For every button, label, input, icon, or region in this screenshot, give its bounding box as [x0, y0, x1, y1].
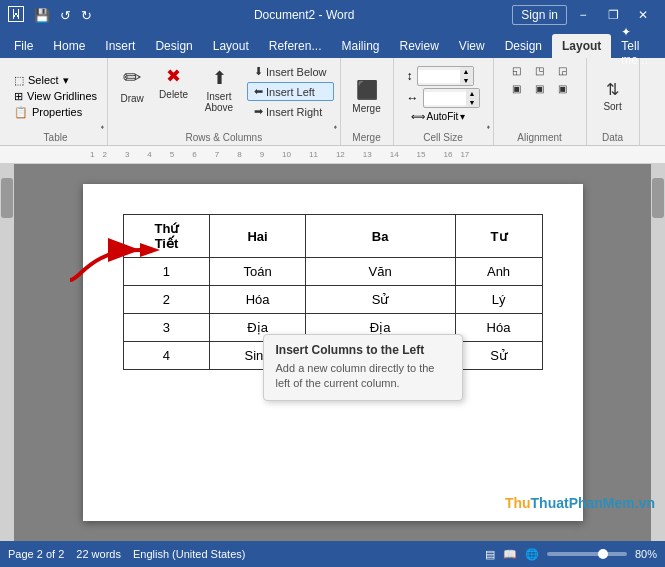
- vertical-scrollbar-left[interactable]: [0, 164, 14, 541]
- tab-table-design[interactable]: Design: [495, 34, 552, 58]
- insert-left-icon: ⬅: [254, 85, 263, 98]
- insert-below-button[interactable]: ⬇ Insert Below: [247, 62, 334, 81]
- tab-insert[interactable]: Insert: [95, 34, 145, 58]
- sort-icon: ⇅: [606, 80, 619, 99]
- group-expander-cellsize[interactable]: ⬧: [486, 122, 491, 131]
- tab-view[interactable]: View: [449, 34, 495, 58]
- layout-view-icon[interactable]: ▤: [485, 548, 495, 561]
- select-button[interactable]: ⬚ Select ▾: [10, 73, 101, 88]
- table-row: 2 Hóa Sử Lý: [123, 286, 542, 314]
- height-input[interactable]: 1.1 cm: [418, 70, 460, 83]
- width-input[interactable]: 4.12 cm: [424, 92, 466, 105]
- cell-row4-col0: 4: [123, 342, 210, 370]
- insert-below-icon: ⬇: [254, 65, 263, 78]
- insert-right-button[interactable]: ➡ Insert Right: [247, 102, 334, 121]
- align-middle-left-button[interactable]: ▣: [506, 80, 528, 97]
- width-spinner-btns: ▲ ▼: [466, 89, 479, 107]
- insert-buttons-group: ⬇ Insert Below ⬅ Insert Left ➡ Insert Ri…: [247, 62, 334, 121]
- merge-content: ⬛ Merge: [347, 62, 387, 130]
- undo-redo-group: 💾 ↺ ↻: [30, 6, 96, 25]
- redo-button[interactable]: ↻: [77, 6, 96, 25]
- insert-right-icon: ➡: [254, 105, 263, 118]
- insert-above-button[interactable]: ⬆ InsertAbove: [197, 62, 241, 118]
- height-spinner[interactable]: 1.1 cm ▲ ▼: [417, 66, 474, 86]
- undo-button[interactable]: ↺: [56, 6, 75, 25]
- tab-layout[interactable]: Layout: [203, 34, 259, 58]
- scroll-thumb-left[interactable]: [1, 178, 13, 218]
- read-view-icon[interactable]: 📖: [503, 548, 517, 561]
- page-indicator: Page 2 of 2: [8, 548, 64, 560]
- ribbon: ⬚ Select ▾ ⊞ View Gridlines 📋 Properties…: [0, 58, 665, 146]
- tab-mailing[interactable]: Mailing: [331, 34, 389, 58]
- align-top-center-button[interactable]: ◳: [529, 62, 551, 79]
- merge-icon: ⬛: [356, 79, 378, 101]
- ruler-mark-9: 9: [260, 150, 264, 159]
- data-sort-button[interactable]: ⇅ Sort: [593, 77, 633, 115]
- width-spinner[interactable]: 4.12 cm ▲ ▼: [423, 88, 480, 108]
- cell-row2-col3: Lý: [455, 286, 542, 314]
- word-count: 22 words: [76, 548, 121, 560]
- align-middle-center-button[interactable]: ▣: [529, 80, 551, 97]
- table-header-ba: Ba: [305, 215, 455, 258]
- scroll-thumb-right[interactable]: [652, 178, 664, 218]
- width-icon: ↔: [407, 91, 419, 105]
- table-header-tiết: Thứ Tiết: [123, 215, 210, 258]
- delete-button[interactable]: ✖ Delete: [154, 62, 193, 103]
- insert-above-label: InsertAbove: [205, 91, 233, 113]
- ribbon-group-rows-cols: ✏ Draw ✖ Delete ⬆ InsertAbove ⬇ Insert B…: [108, 58, 340, 145]
- cell-width-row: ↔ 4.12 cm ▲ ▼: [407, 88, 480, 108]
- alignment-content: ◱ ◳ ◲ ▣ ▣ ▣: [500, 62, 580, 130]
- tab-file[interactable]: File: [4, 34, 43, 58]
- group-expander-table[interactable]: ⬧: [100, 122, 105, 131]
- insert-left-button[interactable]: ⬅ Insert Left: [247, 82, 334, 101]
- align-top-right-button[interactable]: ◲: [552, 62, 574, 79]
- tab-home[interactable]: Home: [43, 34, 95, 58]
- ruler-mark-17: 17: [460, 150, 469, 159]
- tab-table-layout[interactable]: Layout: [552, 34, 611, 58]
- table-header-tu: Tư: [455, 215, 542, 258]
- tab-review[interactable]: Review: [389, 34, 448, 58]
- web-view-icon[interactable]: 🌐: [525, 548, 539, 561]
- width-down-btn[interactable]: ▼: [466, 98, 479, 107]
- document-page: Thứ Tiết Hai Ba Tư 1 Toán Văn Anh 2 H: [83, 184, 583, 521]
- tooltip-description: Add a new column directly to the left of…: [276, 361, 450, 392]
- tab-design[interactable]: Design: [145, 34, 202, 58]
- draw-table-button[interactable]: ✏ Draw: [114, 62, 150, 107]
- table-header-hai: Hai: [210, 215, 305, 258]
- sign-in-button[interactable]: Sign in: [512, 5, 567, 25]
- cell-row1-col3: Anh: [455, 258, 542, 286]
- minimize-button[interactable]: −: [569, 2, 597, 28]
- autofit-button[interactable]: ⟺ AutoFit ▾: [407, 110, 470, 123]
- tab-references[interactable]: Referen...: [259, 34, 332, 58]
- select-items: ⬚ Select ▾ ⊞ View Gridlines 📋 Properties: [10, 73, 101, 120]
- tab-share[interactable]: 🔗 Share: [658, 34, 665, 58]
- ruler-mark-15: 15: [417, 150, 426, 159]
- insert-above-icon: ⬆: [212, 67, 227, 89]
- table-header-row: Thứ Tiết Hai Ba Tư: [123, 215, 542, 258]
- height-down-btn[interactable]: ▼: [460, 76, 473, 85]
- ruler-mark-11: 11: [309, 150, 318, 159]
- tab-tell-me[interactable]: ✦ Tell me...: [611, 34, 658, 58]
- align-top-left-button[interactable]: ◱: [506, 62, 528, 79]
- insert-right-label: Insert Right: [266, 106, 322, 118]
- align-middle-right-icon: ▣: [558, 83, 567, 94]
- properties-button[interactable]: 📋 Properties: [10, 105, 101, 120]
- zoom-slider[interactable]: [547, 552, 627, 556]
- grid-icon: ⊞: [14, 90, 23, 103]
- ribbon-group-merge: ⬛ Merge Merge: [341, 58, 394, 145]
- group-expander-rows[interactable]: ⬧: [333, 122, 338, 131]
- cell-row1-col1: Toán: [210, 258, 305, 286]
- tooltip-title: Insert Columns to the Left: [276, 343, 450, 357]
- save-button[interactable]: 💾: [30, 6, 54, 25]
- cell-row2-col0: 2: [123, 286, 210, 314]
- view-gridlines-button[interactable]: ⊞ View Gridlines: [10, 89, 101, 104]
- ruler-mark-4: 4: [147, 150, 151, 159]
- height-up-btn[interactable]: ▲: [460, 67, 473, 76]
- vertical-scrollbar-right[interactable]: [651, 164, 665, 541]
- alignment-group-label: Alignment: [517, 130, 561, 143]
- width-up-btn[interactable]: ▲: [466, 89, 479, 98]
- autofit-icon: ⟺: [411, 111, 425, 122]
- merge-cells-button[interactable]: ⬛ Merge: [347, 76, 387, 117]
- ruler-mark-3: 3: [125, 150, 129, 159]
- align-middle-right-button[interactable]: ▣: [552, 80, 574, 97]
